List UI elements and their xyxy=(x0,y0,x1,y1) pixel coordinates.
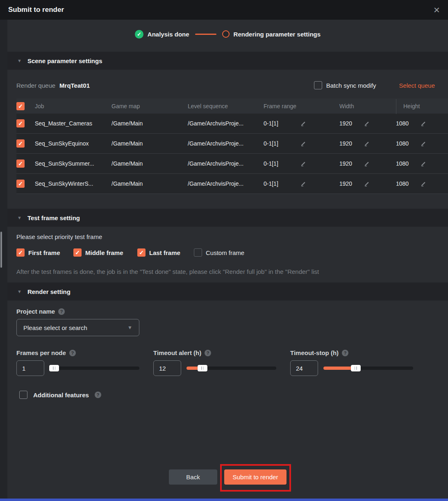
scrollbar-thumb[interactable] xyxy=(0,232,2,268)
close-icon[interactable]: × xyxy=(434,5,440,15)
middle-frame-checkbox-box[interactable]: ✓ xyxy=(73,248,82,257)
height-value: 1080 xyxy=(396,160,421,167)
height-value: 1080 xyxy=(396,180,421,187)
chevron-down-icon: ▼ xyxy=(127,325,132,330)
collapse-icon[interactable]: ▼ xyxy=(17,215,22,220)
edit-frame-range-icon[interactable] xyxy=(300,161,307,167)
help-icon[interactable]: ? xyxy=(69,350,76,356)
dialog-title: Submit to render xyxy=(8,6,64,14)
level-sequence: /Game/ArchvisProje... xyxy=(188,180,264,187)
test-frame-section-header[interactable]: ▼ Test frame setting xyxy=(7,209,448,227)
frames-per-node-label: Frames per node xyxy=(16,349,66,356)
timeout-alert-slider[interactable] xyxy=(186,365,276,371)
edit-height-icon[interactable] xyxy=(421,161,427,167)
width-value: 1920 xyxy=(339,180,364,187)
first-frame-checkbox[interactable]: ✓ First frame xyxy=(16,248,73,257)
slider-handle[interactable] xyxy=(351,365,361,371)
timeout-alert-input[interactable] xyxy=(153,360,181,376)
project-name-select[interactable]: Please select or search ▼ xyxy=(16,319,139,336)
batch-sync-checkbox-box[interactable] xyxy=(314,81,322,89)
slider-handle[interactable] xyxy=(49,365,59,371)
step-done-check-icon: ✓ xyxy=(135,30,143,39)
frame-range: 0-1[1] xyxy=(264,120,300,127)
first-frame-checkbox-box[interactable]: ✓ xyxy=(16,248,25,257)
batch-sync-modify-checkbox[interactable]: Batch sync modify xyxy=(314,81,376,89)
frame-range: 0-1[1] xyxy=(264,180,300,187)
step-rendering-settings: Rendering parameter settings xyxy=(222,30,321,38)
back-button[interactable]: Back xyxy=(169,469,217,485)
row-checkbox[interactable]: ✓ xyxy=(16,180,25,188)
test-frame-note: After the test frames is done, the job i… xyxy=(7,268,448,275)
render-section-header[interactable]: ▼ Render setting xyxy=(7,282,448,301)
collapse-icon[interactable]: ▼ xyxy=(17,58,22,63)
job-name: Seq_SunSkyEquinox xyxy=(35,140,111,147)
step-rendering-settings-label: Rendering parameter settings xyxy=(234,31,321,38)
first-frame-label: First frame xyxy=(28,249,60,256)
collapse-icon[interactable]: ▼ xyxy=(17,289,22,294)
help-icon[interactable]: ? xyxy=(205,350,211,356)
slider-labels-row: Frames per node? Timeout alert (h)? Time… xyxy=(7,349,448,356)
slider-track[interactable] xyxy=(50,367,139,370)
edit-width-icon[interactable] xyxy=(364,161,370,167)
job-name: Seq_SunSkyWinterS... xyxy=(35,180,111,187)
timeout-stop-input[interactable] xyxy=(290,360,318,376)
edit-width-icon[interactable] xyxy=(364,181,370,187)
edit-width-icon[interactable] xyxy=(364,121,370,127)
bottom-blue-bar xyxy=(0,499,448,501)
table-row: ✓ Seq_Master_Cameras /Game/Main /Game/Ar… xyxy=(16,114,448,134)
col-header-height: Height xyxy=(396,103,448,109)
batch-sync-modify-label: Batch sync modify xyxy=(326,82,376,89)
progress-steps: ✓ Analysis done Rendering parameter sett… xyxy=(7,20,448,48)
edit-frame-range-icon[interactable] xyxy=(300,141,307,147)
edit-height-icon[interactable] xyxy=(421,141,427,147)
custom-frame-checkbox[interactable]: Custom frame xyxy=(194,248,244,257)
level-sequence: /Game/ArchvisProje... xyxy=(188,120,264,127)
render-queue-value: MrqTeat01 xyxy=(59,82,90,89)
timeout-stop-slider[interactable] xyxy=(323,365,413,371)
edit-frame-range-icon[interactable] xyxy=(300,121,307,127)
scene-section-header[interactable]: ▼ Scene parameter settings xyxy=(7,52,448,70)
game-map: /Game/Main xyxy=(111,140,188,147)
col-header-level-sequence: Level sequence xyxy=(188,103,264,109)
render-queue-row: Render queue MrqTeat01 Batch sync modify… xyxy=(7,79,448,92)
level-sequence: /Game/ArchvisProje... xyxy=(188,140,264,147)
slider-handle[interactable] xyxy=(198,365,207,371)
step-analysis-done: ✓ Analysis done xyxy=(135,30,189,39)
frames-per-node-slider[interactable] xyxy=(50,365,139,371)
edit-width-icon[interactable] xyxy=(364,141,370,147)
additional-features-checkbox[interactable] xyxy=(19,391,27,399)
last-frame-checkbox-box[interactable]: ✓ xyxy=(137,248,146,257)
game-map: /Game/Main xyxy=(111,120,188,127)
level-sequence: /Game/ArchvisProje... xyxy=(188,160,264,167)
submit-to-render-button[interactable]: Submit to render xyxy=(224,469,287,485)
last-frame-checkbox[interactable]: ✓ Last frame xyxy=(137,248,194,257)
edit-frame-range-icon[interactable] xyxy=(300,181,307,187)
height-value: 1080 xyxy=(396,140,421,147)
row-checkbox[interactable]: ✓ xyxy=(16,139,25,148)
last-frame-label: Last frame xyxy=(149,249,180,256)
job-name: Seq_Master_Cameras xyxy=(35,120,111,127)
frames-per-node-input[interactable] xyxy=(16,360,44,376)
custom-frame-checkbox-box[interactable] xyxy=(194,248,202,257)
dialog-footer: Back Submit to render xyxy=(7,469,448,485)
help-icon[interactable]: ? xyxy=(342,350,348,356)
middle-frame-label: Middle frame xyxy=(85,249,123,256)
job-table-header: ✓ Job Game map Level sequence Frame rang… xyxy=(16,98,448,114)
step-analysis-done-label: Analysis done xyxy=(148,31,189,38)
width-value: 1920 xyxy=(339,140,364,147)
table-row: ✓ Seq_SunSkySummer... /Game/Main /Game/A… xyxy=(16,154,448,174)
help-icon[interactable]: ? xyxy=(58,308,65,315)
row-checkbox[interactable]: ✓ xyxy=(16,159,25,168)
help-icon[interactable]: ? xyxy=(95,392,101,398)
edit-height-icon[interactable] xyxy=(421,121,427,127)
edit-height-icon[interactable] xyxy=(421,181,427,187)
step-current-circle-icon xyxy=(222,30,230,38)
select-queue-link[interactable]: Select queue xyxy=(399,82,435,89)
test-frame-section-title: Test frame setting xyxy=(27,214,80,221)
select-all-checkbox[interactable]: ✓ xyxy=(16,102,25,110)
job-table: ✓ Job Game map Level sequence Frame rang… xyxy=(16,98,448,194)
col-header-frame-range: Frame range xyxy=(264,103,339,109)
middle-frame-checkbox[interactable]: ✓ Middle frame xyxy=(73,248,137,257)
render-queue-label: Render queue xyxy=(16,82,55,89)
row-checkbox[interactable]: ✓ xyxy=(16,119,25,128)
